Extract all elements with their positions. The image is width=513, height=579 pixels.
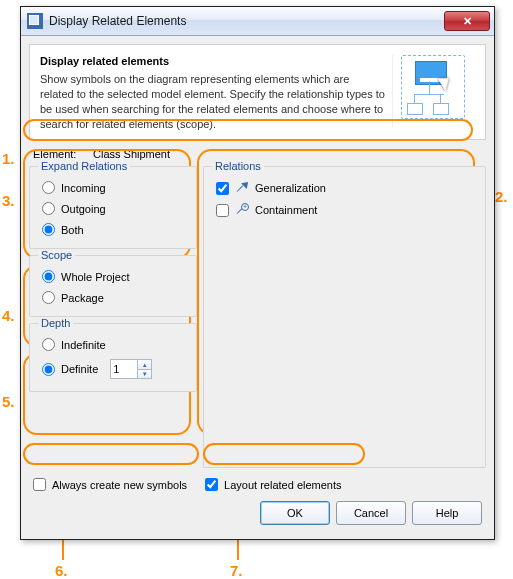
callout-3: 3. <box>2 192 15 209</box>
check-always-create-label: Always create new symbols <box>52 479 187 491</box>
check-always-create[interactable]: Always create new symbols <box>33 478 187 491</box>
group-depth: Depth Indefinite Definite ▲ <box>29 323 197 392</box>
legend-relations: Relations <box>212 160 264 172</box>
radio-incoming-label: Incoming <box>61 182 106 194</box>
spinner-up-icon[interactable]: ▲ <box>138 360 151 370</box>
radio-package-input[interactable] <box>42 291 55 304</box>
check-generalization-input[interactable] <box>216 182 229 195</box>
dialog-content: Display related elements Show symbols on… <box>21 36 494 539</box>
group-relations: Relations Generalization + Containment <box>203 166 486 468</box>
callout-5: 5. <box>2 393 15 410</box>
legend-depth: Depth <box>38 317 73 329</box>
element-value: Class Shipment <box>93 148 170 160</box>
radio-incoming-input[interactable] <box>42 181 55 194</box>
header-title: Display related elements <box>40 55 392 67</box>
radio-outgoing-input[interactable] <box>42 202 55 215</box>
header-graphic <box>392 55 475 127</box>
radio-package[interactable]: Package <box>38 287 188 308</box>
group-expand-relations: Expand Relations Incoming Outgoing Both <box>29 166 197 249</box>
titlebar: Display Related Elements ✕ <box>21 7 494 36</box>
check-always-create-input[interactable] <box>33 478 46 491</box>
header-text: Display related elements Show symbols on… <box>40 55 392 131</box>
element-label: Element: <box>33 148 83 160</box>
check-layout-related-input[interactable] <box>205 478 218 491</box>
containment-icon: + <box>235 203 249 217</box>
cancel-button[interactable]: Cancel <box>336 501 406 525</box>
radio-both-label: Both <box>61 224 84 236</box>
radio-whole-project-input[interactable] <box>42 270 55 283</box>
close-icon: ✕ <box>463 15 472 28</box>
radio-incoming[interactable]: Incoming <box>38 177 188 198</box>
radio-indefinite-input[interactable] <box>42 338 55 351</box>
callout-6: 6. <box>55 562 68 579</box>
dialog-window: Display Related Elements ✕ Display relat… <box>20 6 495 540</box>
group-scope: Scope Whole Project Package <box>29 255 197 317</box>
callout-1: 1. <box>2 150 15 167</box>
radio-both-input[interactable] <box>42 223 55 236</box>
callout-7: 7. <box>230 562 243 579</box>
check-containment[interactable]: + Containment <box>212 199 477 221</box>
radio-indefinite[interactable]: Indefinite <box>38 334 188 355</box>
ok-button[interactable]: OK <box>260 501 330 525</box>
radio-both[interactable]: Both <box>38 219 188 240</box>
check-containment-input[interactable] <box>216 204 229 217</box>
form-area: Element: Class Shipment Expand Relations… <box>29 140 486 531</box>
bottom-checks: Always create new symbols Layout related… <box>29 468 486 491</box>
check-layout-related[interactable]: Layout related elements <box>205 478 341 491</box>
radio-outgoing[interactable]: Outgoing <box>38 198 188 219</box>
help-button[interactable]: Help <box>412 501 482 525</box>
spinner-down-icon[interactable]: ▼ <box>138 370 151 379</box>
depth-spinner[interactable]: ▲ ▼ <box>110 359 152 379</box>
app-icon <box>27 13 43 29</box>
depth-value-input[interactable] <box>111 360 137 378</box>
check-layout-related-label: Layout related elements <box>224 479 341 491</box>
button-row: OK Cancel Help <box>29 491 486 531</box>
check-generalization[interactable]: Generalization <box>212 177 477 199</box>
callout-2: 2. <box>495 188 508 205</box>
radio-definite-input[interactable] <box>42 363 55 376</box>
radio-package-label: Package <box>61 292 104 304</box>
header-panel: Display related elements Show symbols on… <box>29 44 486 140</box>
check-generalization-label: Generalization <box>255 182 326 194</box>
window-title: Display Related Elements <box>49 14 444 28</box>
radio-outgoing-label: Outgoing <box>61 203 106 215</box>
close-button[interactable]: ✕ <box>444 11 490 31</box>
legend-expand-relations: Expand Relations <box>38 160 130 172</box>
radio-definite[interactable]: Definite ▲ ▼ <box>38 355 188 383</box>
radio-whole-project[interactable]: Whole Project <box>38 266 188 287</box>
header-description: Show symbols on the diagram representing… <box>40 72 392 131</box>
radio-whole-project-label: Whole Project <box>61 271 129 283</box>
generalization-icon <box>235 181 249 195</box>
check-containment-label: Containment <box>255 204 317 216</box>
radio-definite-label: Definite <box>61 363 98 375</box>
radio-indefinite-label: Indefinite <box>61 339 106 351</box>
legend-scope: Scope <box>38 249 75 261</box>
callout-4: 4. <box>2 307 15 324</box>
